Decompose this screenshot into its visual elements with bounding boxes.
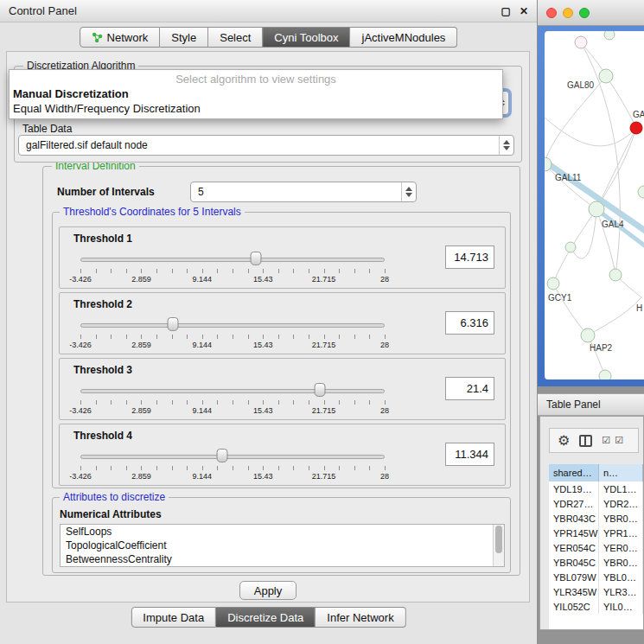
- network-node[interactable]: [589, 201, 604, 217]
- minimize-traffic-light-icon[interactable]: [563, 8, 573, 18]
- tab-select[interactable]: Select: [208, 27, 263, 48]
- list-item-betweennesscentrality[interactable]: BetweennessCentrality: [61, 552, 504, 566]
- table-cell[interactable]: YLR345W: [549, 584, 599, 599]
- table-cell[interactable]: YDL1…: [599, 481, 643, 496]
- table-cell[interactable]: YPR145W: [549, 526, 599, 540]
- network-node[interactable]: [599, 69, 613, 83]
- network-node-selected[interactable]: [630, 122, 642, 134]
- scale-label: 28: [380, 275, 389, 284]
- network-node[interactable]: [565, 242, 576, 252]
- scale-label: 2.859: [131, 341, 151, 349]
- table-cell[interactable]: YER0…: [599, 540, 643, 555]
- slider-track[interactable]: [80, 389, 385, 393]
- tab-select-label: Select: [220, 31, 251, 44]
- checkbox-icons[interactable]: ☑ ☑: [602, 435, 624, 446]
- list-item-topologicalcoefficient[interactable]: TopologicalCoefficient: [61, 539, 504, 552]
- table-cell[interactable]: YDR27…: [549, 496, 599, 511]
- tab-infer-network-label: Infer Network: [327, 611, 393, 624]
- tab-style[interactable]: Style: [160, 27, 208, 48]
- slider-thumb[interactable]: [314, 383, 325, 397]
- table-cell[interactable]: YIL052C: [549, 599, 599, 614]
- tab-jactivemnodules[interactable]: jActiveMNodules: [351, 27, 458, 48]
- threshold-2-value-field[interactable]: [445, 311, 494, 335]
- close-window-icon[interactable]: ✕: [520, 6, 528, 16]
- slider-track[interactable]: [80, 258, 385, 262]
- network-node[interactable]: [599, 370, 611, 379]
- network-node[interactable]: [604, 31, 615, 40]
- slider-thumb[interactable]: [251, 252, 262, 265]
- table-cell[interactable]: YDL19…: [549, 481, 599, 496]
- tab-network[interactable]: Network: [80, 27, 161, 48]
- table-row[interactable]: YLR345W YLR3…: [549, 584, 643, 599]
- list-scrollbar[interactable]: [493, 525, 504, 566]
- slider-track[interactable]: [80, 455, 385, 459]
- table-cell[interactable]: YBL0…: [599, 570, 643, 584]
- thresholds-group-title: Threshold's Coordinates for 5 Intervals: [60, 206, 245, 218]
- dropdown-option-equal-width-frequency[interactable]: Equal Width/Frequency Discretization: [10, 101, 502, 116]
- threshold-3-slider[interactable]: [80, 383, 385, 399]
- network-edge-thick[interactable]: [545, 159, 644, 232]
- table-row[interactable]: YPR145W YPR1…: [549, 526, 643, 540]
- table-cell[interactable]: YER054C: [549, 540, 599, 555]
- column-header-shared-name[interactable]: shared…: [549, 464, 599, 481]
- table-cell[interactable]: YIL0…: [599, 599, 643, 614]
- tab-impute-data[interactable]: Impute Data: [131, 607, 216, 628]
- slider-thumb[interactable]: [168, 317, 179, 331]
- number-of-intervals-combobox[interactable]: 5: [190, 182, 417, 202]
- scale-label: 9.144: [193, 406, 213, 415]
- table-row[interactable]: YBR043C YBR0…: [549, 511, 643, 526]
- threshold-2-slider[interactable]: [80, 317, 385, 333]
- network-node-label: H: [636, 303, 642, 313]
- threshold-1-value-field[interactable]: [445, 245, 494, 269]
- table-cell[interactable]: YBR043C: [549, 511, 599, 526]
- table-row[interactable]: YDL19… YDL1…: [549, 481, 643, 496]
- column-header-name[interactable]: n…: [599, 464, 643, 481]
- network-canvas[interactable]: GAL80 GAL11 GAL4 GCY1 HAP2 GA H: [545, 31, 644, 379]
- list-item-selfloops[interactable]: SelfLoops: [61, 525, 504, 539]
- network-node[interactable]: [575, 36, 587, 48]
- table-row[interactable]: YBL079W YBL0…: [549, 570, 643, 584]
- number-of-intervals-value: 5: [191, 186, 401, 198]
- table-cell[interactable]: YLR3…: [599, 584, 643, 599]
- network-node[interactable]: [609, 269, 622, 281]
- network-node[interactable]: [581, 328, 595, 342]
- scale-label: 15.43: [253, 472, 273, 481]
- table-row[interactable]: YIL052C YIL0…: [549, 599, 643, 614]
- threshold-4-value-field[interactable]: [445, 443, 494, 466]
- table-cell[interactable]: YBR0…: [599, 511, 643, 526]
- table-cell[interactable]: YBL079W: [549, 570, 599, 584]
- close-traffic-light-icon[interactable]: [546, 8, 557, 18]
- threshold-3-value-field[interactable]: [445, 377, 494, 400]
- number-of-intervals-label: Number of Intervals: [57, 186, 155, 198]
- slider-track[interactable]: [80, 323, 385, 328]
- tab-discretize-data[interactable]: Discretize Data: [216, 607, 316, 628]
- dropdown-prompt: Select algorithm to view settings: [10, 70, 502, 86]
- gear-icon[interactable]: ⚙: [558, 434, 570, 448]
- slider-thumb[interactable]: [216, 449, 227, 462]
- table-cell[interactable]: YPR1…: [599, 526, 643, 540]
- float-window-icon[interactable]: ▢: [501, 6, 511, 16]
- threshold-4-slider[interactable]: [80, 449, 385, 464]
- table-row[interactable]: YBR045C YBR0…: [549, 555, 643, 570]
- numerical-attributes-list[interactable]: SelfLoops TopologicalCoefficient Between…: [60, 524, 505, 567]
- network-node[interactable]: [547, 277, 559, 290]
- scale-label: -3.426: [69, 472, 92, 481]
- threshold-1-slider[interactable]: [80, 252, 385, 267]
- columns-icon[interactable]: [579, 435, 592, 447]
- table-cell[interactable]: YDR2…: [599, 496, 643, 511]
- bottom-tab-bar: Impute Data Discretize Data Infer Networ…: [131, 607, 405, 628]
- table-row[interactable]: YDR27… YDR2…: [549, 496, 643, 511]
- table-row[interactable]: YER054C YER0…: [549, 540, 643, 555]
- dropdown-option-manual-discretization[interactable]: Manual Discretization: [10, 86, 502, 101]
- table-cell[interactable]: YBR045C: [549, 555, 599, 570]
- tab-cyni-toolbox[interactable]: Cyni Toolbox: [263, 27, 350, 48]
- scrollbar-thumb[interactable]: [495, 526, 502, 553]
- slider-scale: -3.426 2.859 9.144 15.43 21.715 28: [80, 472, 385, 481]
- apply-button[interactable]: Apply: [239, 581, 296, 600]
- zoom-traffic-light-icon[interactable]: [579, 8, 590, 18]
- network-nodes[interactable]: [545, 31, 644, 379]
- network-node[interactable]: [638, 186, 644, 198]
- scale-label: 9.144: [193, 341, 213, 349]
- table-cell[interactable]: YBR0…: [599, 555, 643, 570]
- tab-infer-network[interactable]: Infer Network: [316, 607, 405, 628]
